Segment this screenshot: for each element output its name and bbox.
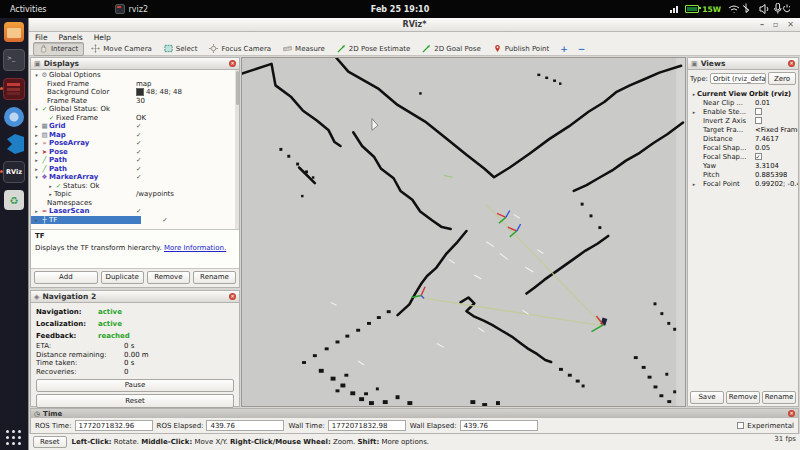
ros-time-input[interactable]: 1772071832.96 [75,420,153,431]
row-value[interactable]: 0.885398 [755,171,787,179]
row-value[interactable]: 48; 48; 48 [146,88,182,96]
view-row-distance[interactable]: Distance7.4617 [688,134,798,143]
row-value[interactable]: 30 [136,97,145,105]
row-value[interactable]: map [136,80,152,88]
rename-display-button[interactable]: Rename [193,271,236,284]
scrollbar[interactable] [235,70,239,229]
tree-row-namespaces[interactable]: Namespaces [31,199,239,208]
pause-button[interactable]: Pause [36,379,234,392]
system-tray[interactable]: 15W [670,3,800,15]
rviz-dock-icon[interactable]: RViz [3,161,25,183]
navigation2-panel-header[interactable]: ◈ Navigation 2 ✕ [31,291,239,303]
tree-row-background-color[interactable]: Background Color48; 48; 48 [31,88,239,97]
rename-view-button[interactable]: Rename [762,391,796,404]
tree-row-marker-status[interactable]: ▸✓Status: Ok [31,182,239,191]
tree-row-map[interactable]: ▸▨Map✓ [31,131,239,140]
files-icon[interactable] [4,22,24,42]
add-tool-button[interactable]: + [556,44,572,54]
enabled-checkbox[interactable]: ✓ [136,122,141,130]
tree-row-path[interactable]: ▸╱Path✓ [31,156,239,165]
minimize-button[interactable]: – [760,20,764,29]
tool-interact[interactable]: Interact [33,42,84,56]
view-row-focal-point[interactable]: ▸Focal Point0.99202; -0.4905... [688,179,798,188]
time-panel-header[interactable]: ◷ Time ✕ [31,409,798,418]
duplicate-display-button[interactable]: Duplicate [101,271,144,284]
tree-row-fixed-frame-status[interactable]: ✓Fixed FrameOK [31,114,239,123]
expand-arrow[interactable]: ▸ [33,149,40,155]
add-display-button[interactable]: Add [34,271,98,284]
row-value[interactable]: <Fixed Frame> [755,126,798,134]
tree-row-pose[interactable]: ▸➤Pose✓ [31,148,239,157]
expand-arrow[interactable]: ▾ [33,72,40,78]
view-row-near-clip[interactable]: Near Clip ...0.01 [688,98,798,107]
expand-arrow[interactable]: ▸ [33,140,40,146]
view-row-yaw[interactable]: Yaw3.3104 [688,161,798,170]
views-panel-header[interactable]: ▣ Views ✕ [688,58,798,70]
enabled-checkbox[interactable]: ✓ [136,207,141,215]
row-value[interactable]: 0.05 [755,144,770,152]
menu-file[interactable]: File [35,33,48,42]
wall-elapsed-input[interactable]: 439.76 [460,420,538,431]
render-viewport[interactable] [241,57,686,407]
tree-row-posearray[interactable]: ▸»PoseArray✓ [31,139,239,148]
view-row-target-frame[interactable]: Target Fra...<Fixed Frame> [688,125,798,134]
expand-arrow[interactable]: ▸ [47,191,54,197]
enabled-checkbox[interactable]: ✓ [136,165,141,173]
tree-row-markerarray[interactable]: ▾❖MarkerArray✓ [31,173,239,182]
displays-panel-header[interactable]: ▣ Displays ✕ [31,58,239,70]
view-row-pitch[interactable]: Pitch0.885398 [688,170,798,179]
checkbox-unchecked[interactable] [755,108,762,115]
menu-panels[interactable]: Panels [59,33,83,42]
close-icon[interactable]: ✕ [229,293,236,300]
row-value[interactable]: 3.3104 [755,162,779,170]
checkbox-unchecked[interactable] [755,117,762,124]
expand-arrow[interactable]: ▾ [33,174,40,180]
close-icon[interactable]: ✕ [788,410,795,417]
trash-icon[interactable]: ♻ [4,190,24,210]
experimental-checkbox[interactable] [737,422,744,429]
tree-row-global-status[interactable]: ▾✓Global Status: Ok [31,105,239,114]
checkbox-checked[interactable] [755,153,762,160]
show-applications-icon[interactable] [6,430,22,446]
more-information-link[interactable]: More Information. [164,244,226,252]
enabled-checkbox[interactable]: ✓ [136,131,141,139]
row-value[interactable]: /waypoints [136,190,174,198]
tree-row-grid[interactable]: ▸▦Grid✓ [31,122,239,131]
expand-arrow[interactable]: ▸ [33,208,40,214]
enabled-checkbox[interactable]: ✓ [136,139,141,147]
row-value[interactable]: 0.99202; -0.4905... [755,180,798,188]
tool-publish-point[interactable]: Publish Point [488,43,555,55]
enabled-checkbox[interactable]: ✓ [136,173,141,181]
menu-help[interactable]: Help [94,33,111,42]
log-terminal-icon[interactable] [3,78,25,100]
activities-button[interactable]: Activities [0,5,57,14]
enabled-checkbox[interactable]: ✓ [136,148,141,156]
expand-arrow[interactable]: ▸ [33,123,40,129]
expand-arrow[interactable]: ▸ [47,183,54,189]
clock[interactable]: Feb 25 19:10 [371,5,429,14]
enabled-checkbox[interactable]: ✓ [136,156,141,164]
tree-row-tf[interactable]: ▸┼TF✓ [31,216,239,225]
view-row-enable-stereo[interactable]: ▸Enable Ste... [688,107,798,116]
terminal-icon[interactable] [3,49,25,71]
tree-row-fixed-frame[interactable]: Fixed Framemap [31,80,239,89]
remove-display-button[interactable]: Remove [147,271,190,284]
tree-row-global-options[interactable]: ▾⚙Global Options [31,71,239,80]
window-titlebar[interactable]: RViz* – ▫ ✕ [29,18,800,32]
view-row-current-view[interactable]: ▸Current ViewOrbit (rviz) [688,89,798,98]
wall-time-input[interactable]: 1772071832.98 [328,420,406,431]
row-value[interactable]: 7.4617 [755,135,779,143]
zero-button[interactable]: Zero [768,72,796,85]
tool-focus-camera[interactable]: Focus Camera [204,43,276,55]
app-menu[interactable]: rviz2 [115,4,149,14]
expand-arrow[interactable]: ▸ [33,132,40,138]
enabled-checkbox[interactable]: ✓ [162,216,167,224]
tree-row-frame-rate[interactable]: Frame Rate30 [31,97,239,106]
reset-time-button[interactable]: Reset [33,436,67,448]
expand-arrow[interactable]: ▾ [33,106,40,112]
chromium-icon[interactable] [4,107,24,127]
tool-2d-pose-estimate[interactable]: 2D Pose Estimate [332,43,415,55]
expand-arrow[interactable]: ▸ [33,166,40,172]
close-icon[interactable]: ✕ [788,60,795,67]
ros-elapsed-input[interactable]: 439.76 [206,420,284,431]
